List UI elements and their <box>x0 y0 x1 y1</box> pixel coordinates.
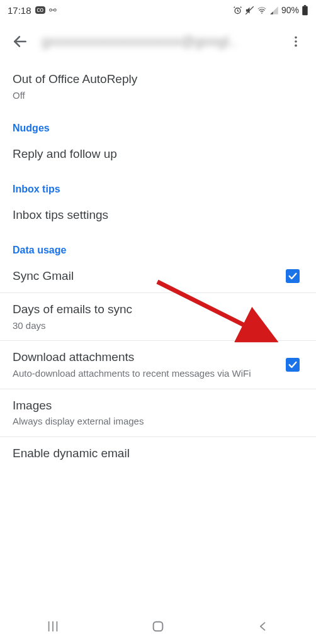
reply-followup-item[interactable]: Reply and follow up <box>0 138 316 171</box>
sync-gmail-checkbox[interactable] <box>286 269 300 283</box>
navigation-bar <box>0 609 316 644</box>
notification-icon: co <box>35 6 46 14</box>
svg-rect-3 <box>304 5 306 6</box>
svg-point-2 <box>261 13 262 14</box>
reply-followup-label: Reply and follow up <box>13 147 303 162</box>
svg-rect-15 <box>154 622 163 631</box>
out-of-office-value: Off <box>13 89 303 102</box>
voicemail-icon: ⚯ <box>49 5 57 15</box>
svg-rect-4 <box>302 6 308 14</box>
status-bar: 17:18 co ⚯ 90% <box>0 0 316 20</box>
back-button[interactable] <box>8 29 33 54</box>
images-desc: Always display external images <box>13 415 303 428</box>
account-email-blurred: gxxxxxxxxxxxxxxxxxxx@googl.. <box>42 33 274 50</box>
mute-icon <box>245 6 254 15</box>
out-of-office-title: Out of Office AutoReply <box>13 72 303 87</box>
app-bar: gxxxxxxxxxxxxxxxxxxx@googl.. <box>0 20 316 63</box>
svg-point-7 <box>295 36 297 39</box>
battery-icon <box>302 5 308 16</box>
download-attachments-desc: Auto-download attachments to recent mess… <box>13 367 278 380</box>
wifi-icon <box>257 6 267 15</box>
sync-gmail-label: Sync Gmail <box>13 269 286 284</box>
home-button[interactable] <box>133 614 183 639</box>
nav-back-button[interactable] <box>238 614 288 639</box>
svg-point-9 <box>295 45 297 47</box>
images-title: Images <box>13 398 303 414</box>
days-to-sync-item[interactable]: Days of emails to sync 30 days <box>0 293 316 340</box>
more-menu-button[interactable] <box>283 29 308 54</box>
inbox-tips-item[interactable]: Inbox tips settings <box>0 199 316 232</box>
download-attachments-checkbox[interactable] <box>286 358 300 372</box>
svg-point-8 <box>295 40 297 43</box>
images-item[interactable]: Images Always display external images <box>0 389 316 436</box>
dynamic-email-label: Enable dynamic email <box>13 446 303 462</box>
recents-button[interactable] <box>28 614 78 639</box>
days-to-sync-title: Days of emails to sync <box>13 302 303 318</box>
inbox-tips-label: Inbox tips settings <box>13 208 303 223</box>
settings-list: Out of Office AutoReply Off Nudges Reply… <box>0 63 316 609</box>
nudges-header: Nudges <box>0 110 316 138</box>
signal-icon <box>269 6 279 15</box>
download-attachments-item[interactable]: Download attachments Auto-download attac… <box>0 341 316 388</box>
inbox-tips-header: Inbox tips <box>0 171 316 199</box>
dynamic-email-item[interactable]: Enable dynamic email <box>0 437 316 470</box>
data-usage-header: Data usage <box>0 232 316 260</box>
out-of-office-item[interactable]: Out of Office AutoReply Off <box>0 63 316 110</box>
days-to-sync-value: 30 days <box>13 319 303 332</box>
download-attachments-title: Download attachments <box>13 350 278 365</box>
alarm-icon <box>233 6 242 15</box>
sync-gmail-item[interactable]: Sync Gmail <box>0 260 316 293</box>
status-time: 17:18 <box>8 5 31 16</box>
battery-text: 90% <box>281 5 299 15</box>
